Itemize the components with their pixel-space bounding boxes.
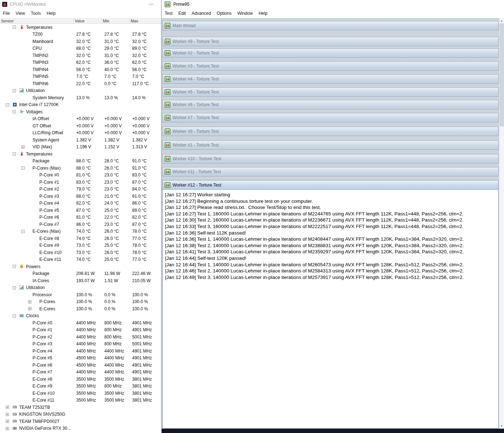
sensor-row[interactable]: +KINGSTON SNVS250G <box>0 411 161 418</box>
sensor-row[interactable]: -E-Cores (Max)74.0 °C26.0 °C78.0 °C <box>0 228 161 235</box>
sensor-row[interactable]: -Utilization <box>0 87 161 95</box>
sensor-row[interactable]: E-Core #874.0 °C26.0 °C77.0 °C <box>0 235 161 242</box>
mdi-child-window[interactable]: 24Worker #3 - Torture Test <box>162 61 499 71</box>
mdi-child-window[interactable]: 24Worker #10 - Torture Test <box>162 154 499 163</box>
sensor-row[interactable]: +NVIDIA GeForce RTX 30... <box>0 425 161 432</box>
sensor-row[interactable]: TZ0027.8 °C27.8 °C27.8 °C <box>0 31 161 38</box>
column-header-sensor[interactable]: Sensor <box>0 18 74 23</box>
sensor-row[interactable]: -P-Cores (Max)88.0 °C26.0 °C91.0 °C <box>0 165 161 172</box>
sensor-row[interactable]: -Temperatures <box>0 150 161 158</box>
mdi-child-window[interactable]: 24Worker #8 - Torture Test <box>162 127 499 136</box>
tree-expand-icon[interactable]: + <box>6 413 9 416</box>
sensor-row[interactable]: P-Core #279.0 °C23.0 °C84.0 °C <box>0 186 161 193</box>
sensor-row[interactable]: P-Core #54500 MHz4400 MHz4901 MHz <box>0 355 161 362</box>
sensor-row[interactable]: System Agent1.382 V1.382 V1.382 V <box>0 136 161 144</box>
sensor-row[interactable]: IA Cores193.07 W1.51 W210.05 W <box>0 277 161 284</box>
mdi-child-window[interactable]: 24Worker #11 - Torture Test <box>162 167 499 176</box>
column-header-max[interactable]: Max <box>130 18 161 23</box>
menu-test[interactable]: Test <box>162 9 175 17</box>
menu-help[interactable]: Help <box>44 9 58 17</box>
sensor-row[interactable]: TMPIN232.0 °C31.0 °C32.0 °C <box>0 52 161 59</box>
mdi-child-window[interactable]: 24Worker #5 - Torture Test <box>162 87 499 97</box>
column-header-min[interactable]: Min <box>102 18 130 23</box>
mdi-child-window[interactable]: 24Main thread <box>162 21 499 30</box>
sensor-row[interactable]: TMPIN362.0 °C36.0 °C62.0 °C <box>0 59 161 66</box>
sensor-row[interactable]: P-Core #04400 MHz800 MHz4901 MHz <box>0 319 161 327</box>
tree-expand-icon[interactable]: + <box>21 145 25 149</box>
hwmonitor-titlebar[interactable]: CPUID HWMonitor — <box>0 0 161 9</box>
sensor-row[interactable]: P-Core #64500 MHz4400 MHz4901 MHz <box>0 362 161 369</box>
sensor-row[interactable]: TMPIN456.0 °C40.0 °C56.0 °C <box>0 66 161 73</box>
column-header-value[interactable]: Value <box>74 18 102 23</box>
menu-options[interactable]: Options <box>214 9 234 17</box>
sensor-row[interactable]: E-Core #93500 MHz800 MHz3801 MHz <box>0 383 161 390</box>
sensor-row[interactable]: P-Core #388.0 °C21.0 °C91.0 °C <box>0 193 161 200</box>
tree-collapse-icon[interactable]: - <box>13 265 16 268</box>
menu-file[interactable]: File <box>0 9 13 17</box>
sensor-row[interactable]: Processor100.0 %0.0 %100.0 % <box>0 291 161 298</box>
mdi-child-window[interactable]: 24Worker #6 - Torture Test <box>162 100 499 109</box>
mdi-child-window[interactable]: 24Worker #9 - Torture Test <box>162 37 499 46</box>
sensor-row[interactable]: Package206.81 W11.98 W222.46 W <box>0 270 161 277</box>
tree-collapse-icon[interactable]: - <box>13 314 16 318</box>
tree-expand-icon[interactable]: + <box>6 406 9 409</box>
sensor-row[interactable]: P-Core #786.0 °C23.0 °C87.0 °C <box>0 221 161 228</box>
mdi-child-window[interactable]: 24Worker #7 - Torture Test <box>162 113 499 122</box>
sensor-row[interactable]: +P-Cores100.0 %0.0 %100.0 % <box>0 298 161 306</box>
scrollbar-thumb[interactable] <box>500 23 504 126</box>
tree-collapse-icon[interactable]: - <box>21 230 25 233</box>
sensor-row[interactable]: Package88.0 °C28.0 °C91.0 °C <box>0 158 161 165</box>
sensor-row[interactable]: P-Core #587.0 °C25.0 °C89.0 °C <box>0 207 161 214</box>
sensor-row[interactable]: LLC/Ring Offset+0.000 V+0.000 V+0.000 V <box>0 130 161 137</box>
sensor-row[interactable]: -Utilization <box>0 284 161 292</box>
menu-window[interactable]: Window <box>234 9 256 17</box>
sensor-row[interactable]: -Intel Core i7 12700K <box>0 101 161 109</box>
menu-help[interactable]: Help <box>256 9 270 17</box>
worker-12-titlebar[interactable]: 24 Worker #12 - Torture Test <box>163 180 498 190</box>
menu-edit[interactable]: Edit <box>175 9 189 17</box>
tree-expand-icon[interactable]: + <box>6 420 9 423</box>
sensor-row[interactable]: E-Core #973.0 °C25.0 °C78.0 °C <box>0 242 161 249</box>
sensor-row[interactable]: -Clocks <box>0 312 161 320</box>
sensor-row[interactable]: System Memory13.0 %13.0 %14.0 % <box>0 94 161 101</box>
sensor-row[interactable]: E-Core #83500 MHz3500 MHz3801 MHz <box>0 376 161 383</box>
tree-collapse-icon[interactable]: - <box>13 26 16 29</box>
tree-collapse-icon[interactable]: - <box>13 286 16 289</box>
sensor-row[interactable]: P-Core #44400 MHz4400 MHz4901 MHz <box>0 347 161 355</box>
sensor-row[interactable]: IA Offset+0.000 V+0.000 V+0.000 V <box>0 115 161 123</box>
mdi-child-window[interactable]: 24Worker #1 - Torture Test <box>162 140 499 150</box>
sensor-row[interactable]: +VID (Max)1.196 V1.152 V1.313 V <box>0 144 161 151</box>
sensor-row[interactable]: P-Core #482.0 °C24.0 °C86.0 °C <box>0 200 161 207</box>
sensor-row[interactable]: -Powers <box>0 263 161 270</box>
sensor-row[interactable]: P-Core #081.0 °C23.0 °C83.0 °C <box>0 172 161 179</box>
tree-collapse-icon[interactable]: - <box>13 89 16 92</box>
tree-collapse-icon[interactable]: - <box>21 166 25 170</box>
vertical-scrollbar[interactable]: ▲ ▼ <box>499 18 504 429</box>
sensor-row[interactable]: E-Core #1073.0 °C26.0 °C78.0 °C <box>0 249 161 256</box>
sensor-row[interactable]: +E-Cores100.0 %0.0 %100.0 % <box>0 305 161 312</box>
mdi-child-window[interactable]: 24Worker #4 - Torture Test <box>162 74 499 84</box>
menu-advanced[interactable]: Advanced <box>189 9 214 17</box>
sensor-row[interactable]: P-Core #34400 MHz800 MHz5001 MHz <box>0 341 161 348</box>
sensor-row[interactable]: P-Core #74400 MHz4400 MHz4901 MHz <box>0 369 161 376</box>
tree-collapse-icon[interactable]: - <box>6 103 9 106</box>
scrollbar-up-arrow[interactable]: ▲ <box>499 18 504 23</box>
tree-expand-icon[interactable]: + <box>28 307 31 310</box>
sensor-row[interactable]: P-Core #681.0 °C22.0 °C82.0 °C <box>0 214 161 221</box>
tree-collapse-icon[interactable]: - <box>13 110 16 113</box>
prime95-titlebar[interactable]: 24 Prime95 <box>162 0 504 9</box>
sensor-row[interactable]: P-Core #183.0 °C23.0 °C87.0 °C <box>0 179 161 186</box>
sensor-row[interactable]: TMPIN57.0 °C7.0 °C7.0 °C <box>0 73 161 80</box>
sensor-row[interactable]: E-Core #113500 MHz3500 MHz3801 MHz <box>0 397 161 404</box>
sensor-row[interactable]: GT Offset+0.000 V+0.000 V+0.000 V <box>0 122 161 130</box>
minimize-button[interactable]: — <box>147 0 155 8</box>
tree-expand-icon[interactable]: + <box>6 427 9 430</box>
sensor-row[interactable]: -Voltages <box>0 108 161 115</box>
menu-view[interactable]: View <box>13 9 28 17</box>
tree-expand-icon[interactable]: + <box>28 300 31 303</box>
menu-tools[interactable]: Tools <box>28 9 44 17</box>
sensor-row[interactable]: Mainboard32.0 °C31.0 °C32.0 °C <box>0 38 161 45</box>
sensor-row[interactable]: -Temperatures <box>0 24 161 31</box>
scrollbar-down-arrow[interactable]: ▼ <box>499 423 504 429</box>
sensor-row[interactable]: CPU88.0 °C29.0 °C89.0 °C <box>0 45 161 52</box>
